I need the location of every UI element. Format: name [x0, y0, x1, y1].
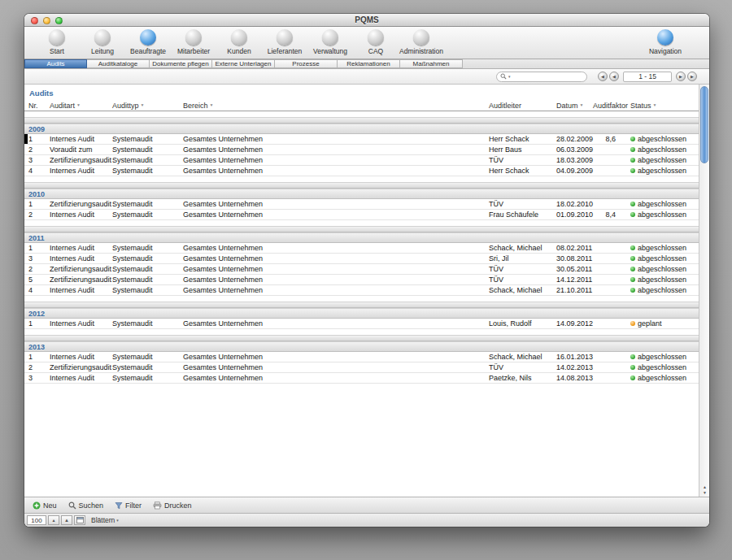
toolbar-item-beauftragte[interactable]: Beauftragte	[125, 29, 171, 55]
toolbar-item-start[interactable]: Start	[34, 29, 80, 55]
toolbar-item-label: Administration	[399, 47, 443, 55]
year-label: 2011	[28, 234, 45, 242]
tab-auditkataloge[interactable]: Auditkataloge	[87, 59, 150, 68]
table-row[interactable]: 1Internes AuditSystemauditGesamtes Unter…	[24, 134, 699, 145]
cell-auditleiter: TÜV	[489, 276, 556, 284]
cell-audittyp: Systemaudit	[112, 254, 183, 263]
table-row[interactable]: 2ZertifizierungsauditSystemauditGesamtes…	[24, 362, 699, 373]
cell-datum: 04.09.2009	[556, 167, 593, 175]
tab-audits[interactable]: Audits	[24, 59, 87, 68]
column-header-auditfaktor[interactable]: Auditfaktor	[593, 102, 630, 110]
column-header-auditleiter[interactable]: Auditleiter	[489, 102, 556, 110]
table-row[interactable]: 4Internes AuditSystemauditGesamtes Unter…	[24, 166, 699, 176]
cell-audittyp: Systemaudit	[112, 211, 183, 219]
cell-status: abgeschlossen	[630, 374, 699, 382]
footer-button-neu[interactable]: Neu	[33, 501, 57, 510]
plus-icon	[33, 501, 41, 510]
search-field[interactable]: ▾	[496, 72, 587, 82]
column-header-row: Nr.Auditart▼Audittyp▼Bereich▼Auditleiter…	[24, 100, 699, 111]
table-row[interactable]: 3Internes AuditSystemauditGesamtes Unter…	[24, 254, 699, 264]
table-row[interactable]: 3ZertifizierungsauditSystemauditGesamtes…	[24, 155, 699, 166]
close-button[interactable]	[31, 17, 38, 24]
status-dot-icon	[630, 277, 635, 282]
table-row[interactable]: 1Internes AuditSystemauditGesamtes Unter…	[24, 352, 699, 362]
toolbar-item-leitung[interactable]: Leitung	[80, 29, 125, 55]
column-header-nr[interactable]: Nr.	[28, 102, 50, 110]
table-row[interactable]: 4Internes AuditSystemauditGesamtes Unter…	[24, 285, 699, 296]
audit-year-group: 20131Internes AuditSystemauditGesamtes U…	[24, 335, 699, 384]
zoom-level-box[interactable]: 100	[27, 515, 46, 525]
status-label: abgeschlossen	[638, 135, 686, 143]
toolbar-item-verwaltung[interactable]: Verwaltung	[307, 29, 353, 55]
column-header-datum[interactable]: Datum▼	[556, 102, 593, 110]
previous-record-button[interactable]: ◀	[609, 72, 619, 81]
cell-nr: 4	[28, 286, 50, 294]
toolbar-item-navigation[interactable]: Navigation	[643, 29, 688, 55]
table-row[interactable]: 3Internes AuditSystemauditGesamtes Unter…	[24, 373, 699, 384]
toolbar-item-kunden[interactable]: Kunden	[216, 29, 262, 55]
cell-bereich: Gesamtes Unternehmen	[183, 200, 489, 208]
group-divider-band	[24, 335, 699, 341]
cell-nr: 2	[28, 363, 50, 371]
toolbar-item-caq[interactable]: CAQ	[353, 29, 399, 55]
status-dot-icon	[630, 212, 635, 217]
record-nav-bar: ▾ ◀ ◀ 1 - 15 ▶ ▶	[24, 69, 709, 85]
cell-nr: 1	[28, 353, 50, 361]
column-header-audittyp[interactable]: Audittyp▼	[112, 102, 183, 110]
cell-status: abgeschlossen	[630, 156, 699, 164]
table-row[interactable]: 2Internes AuditSystemauditGesamtes Unter…	[24, 210, 699, 220]
table-row[interactable]: 2ZertifizierungsauditSystemauditGesamtes…	[24, 264, 699, 275]
cell-datum: 14.09.2012	[556, 319, 593, 328]
tab-prozesse[interactable]: Prozesse	[275, 59, 338, 68]
next-record-button[interactable]: ▶	[676, 72, 686, 81]
titlebar[interactable]: PQMS	[24, 14, 709, 27]
status-label: abgeschlossen	[638, 363, 686, 371]
status-label: abgeschlossen	[638, 200, 686, 208]
status-toolbar-toggle[interactable]	[74, 515, 85, 525]
column-header-label: Bereich	[183, 102, 208, 110]
tab-reklamationen[interactable]: Reklamationen	[338, 59, 400, 68]
tab-dokumente-pflegen[interactable]: Dokumente pflegen	[150, 59, 212, 68]
table-row[interactable]: 1Internes AuditSystemauditGesamtes Unter…	[24, 319, 699, 329]
scroll-up-button[interactable]: ▲	[700, 485, 709, 489]
cell-audittyp: Systemaudit	[112, 145, 183, 154]
cell-auditfaktor: 8,6	[593, 135, 630, 143]
zoom-out-button[interactable]: ▴	[48, 515, 59, 525]
year-band: 2010	[24, 189, 699, 199]
column-header-auditart[interactable]: Auditart▼	[50, 102, 112, 110]
scrollbar-thumb[interactable]	[700, 86, 708, 163]
table-row[interactable]: 1ZertifizierungsauditSystemauditGesamtes…	[24, 199, 699, 210]
column-header-status[interactable]: Status▼	[630, 102, 699, 110]
cell-auditleiter: Herr Schack	[489, 167, 556, 175]
last-record-button[interactable]: ▶	[687, 72, 697, 81]
footer-button-drucken[interactable]: Drucken	[153, 501, 192, 510]
footer-button-filter[interactable]: Filter	[115, 501, 142, 510]
zoom-button[interactable]	[55, 17, 63, 24]
cell-status: abgeschlossen	[630, 353, 699, 361]
footer-button-suchen[interactable]: Suchen	[68, 501, 104, 510]
scroll-down-button[interactable]: ▼	[700, 491, 709, 495]
vertical-scrollbar[interactable]: ▲ ▼	[699, 85, 709, 497]
search-input[interactable]	[512, 72, 583, 80]
minimize-button[interactable]	[43, 17, 50, 24]
tab-ma-nahmen[interactable]: Maßnahmen	[400, 59, 463, 68]
tab-externe-unterlagen[interactable]: Externe Unterlagen	[212, 59, 275, 68]
mode-selector[interactable]: Blättern ▾	[91, 516, 119, 524]
zoom-in-button[interactable]: ▲	[61, 515, 72, 525]
first-record-button[interactable]: ◀	[598, 72, 608, 81]
table-row[interactable]: 5ZertifizierungsauditSystemauditGesamtes…	[24, 275, 699, 285]
cell-auditart: Internes Audit	[50, 211, 112, 219]
toolbar-item-lieferanten[interactable]: Lieferanten	[262, 29, 307, 55]
cell-bereich: Gesamtes Unternehmen	[183, 254, 489, 263]
last-record-icon: ▶	[691, 75, 694, 79]
column-header-bereich[interactable]: Bereich▼	[183, 102, 489, 110]
table-row[interactable]: 2Voraudit zumSystemauditGesamtes Unterne…	[24, 145, 699, 155]
cell-datum: 06.03.2009	[556, 145, 593, 154]
cell-audittyp: Systemaudit	[112, 276, 183, 284]
toolbar-item-administration[interactable]: Administration	[399, 29, 444, 55]
cell-bereich: Gesamtes Unternehmen	[183, 145, 489, 154]
table-row[interactable]: 1Internes AuditSystemauditGesamtes Unter…	[24, 243, 699, 254]
toolbar-item-mitarbeiter[interactable]: Mitarbeiter	[171, 29, 216, 55]
cell-auditleiter: Herr Schack	[489, 135, 556, 143]
year-label: 2009	[28, 125, 45, 133]
